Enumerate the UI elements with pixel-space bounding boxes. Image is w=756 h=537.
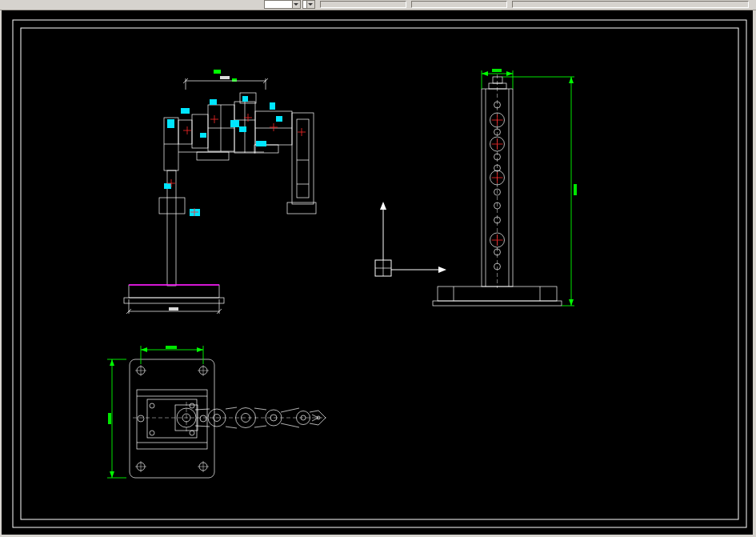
window-border-left [0, 10, 2, 537]
style-combo[interactable] [264, 0, 301, 9]
drawing-canvas[interactable] [0, 10, 756, 537]
drawing-frame [13, 20, 746, 527]
green-fitting [214, 70, 221, 74]
toolbar-panel [320, 1, 406, 8]
plan-view-base[interactable] [107, 346, 326, 478]
chevron-down-icon[interactable] [306, 1, 314, 8]
plan-view-dimensions [107, 346, 203, 478]
toolbar-panel [512, 1, 749, 8]
layer-combo[interactable] [302, 0, 315, 9]
front-view-assembly[interactable] [124, 70, 316, 314]
cad-drawing[interactable] [0, 10, 756, 537]
highlighted-parts[interactable] [164, 96, 282, 216]
center-marks [167, 114, 306, 216]
toolbar-panel [411, 1, 507, 8]
side-view-dimensions [482, 69, 577, 306]
green-fitting [232, 78, 237, 82]
window-border-right [753, 10, 756, 537]
chevron-down-icon[interactable] [292, 1, 300, 8]
side-view-column[interactable] [433, 69, 577, 306]
top-toolbar [0, 0, 756, 10]
ucs-icon [375, 202, 446, 276]
